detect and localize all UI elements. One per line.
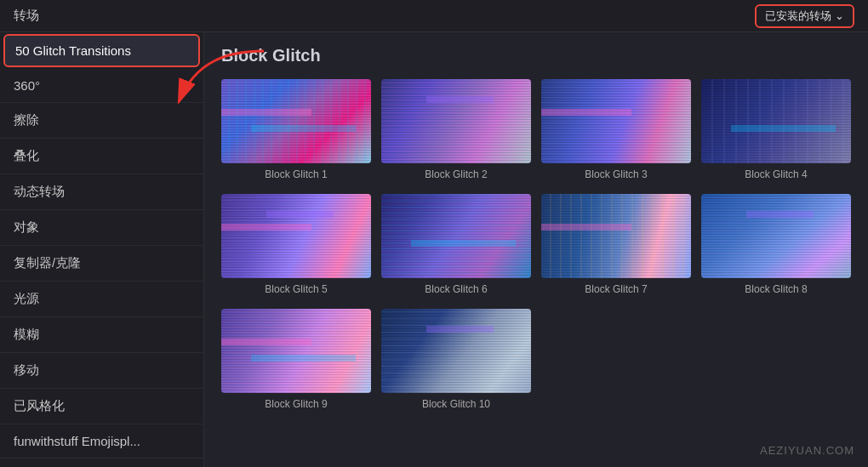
thumbnail-8 [701, 194, 851, 278]
list-item[interactable]: Block Glitch 7 [541, 194, 691, 295]
list-item[interactable]: Block Glitch 9 [221, 309, 371, 410]
section-title: Block Glitch [221, 46, 851, 65]
list-item[interactable]: Block Glitch 4 [701, 79, 851, 180]
chevron-down-icon: ⌄ [835, 9, 844, 22]
thumbnail-1 [221, 79, 371, 163]
item-label: Block Glitch 3 [541, 168, 691, 180]
sidebar-item-50-glitch[interactable]: 50 Glitch Transitions [3, 34, 200, 67]
item-label: Block Glitch 8 [701, 283, 851, 295]
thumbnail-4 [701, 79, 851, 163]
sidebar-item-360[interactable]: 360° [0, 69, 203, 103]
main-layout: 50 Glitch Transitions 360° 擦除 叠化 动态转场 对象… [0, 32, 868, 467]
thumbnail-9 [221, 309, 371, 393]
sidebar-item-overlay[interactable]: 叠化 [0, 139, 203, 174]
sidebar-item-emoji[interactable]: funwithstuff Emojispl... [0, 424, 203, 458]
content-area: Block Glitch Block Glitch 1 Block Glitch… [204, 32, 868, 467]
page-title: 转场 [14, 8, 39, 24]
list-item[interactable]: Block Glitch 1 [221, 79, 371, 180]
item-label: Block Glitch 5 [221, 283, 371, 295]
list-item[interactable]: Block Glitch 3 [541, 79, 691, 180]
thumbnail-5 [221, 194, 371, 278]
sidebar-item-light[interactable]: 光源 [0, 282, 203, 317]
thumbnail-3 [541, 79, 691, 163]
watermark: AEZIYUAN.COM [760, 444, 854, 457]
sidebar-item-erase[interactable]: 擦除 [0, 103, 203, 139]
list-item[interactable]: Block Glitch 10 [381, 309, 531, 410]
sidebar-item-move[interactable]: 移动 [0, 353, 203, 389]
item-label: Block Glitch 2 [381, 168, 531, 180]
item-label: Block Glitch 9 [221, 398, 371, 410]
item-label: Block Glitch 6 [381, 283, 531, 295]
thumbnail-6 [381, 194, 531, 278]
item-label: Block Glitch 7 [541, 283, 691, 295]
transitions-grid: Block Glitch 1 Block Glitch 2 Block Glit… [221, 79, 851, 410]
sidebar-item-blur[interactable]: 模糊 [0, 317, 203, 353]
sidebar: 50 Glitch Transitions 360° 擦除 叠化 动态转场 对象… [0, 32, 204, 467]
item-label: Block Glitch 1 [221, 168, 371, 180]
item-label: Block Glitch 4 [701, 168, 851, 180]
list-item[interactable]: Block Glitch 2 [381, 79, 531, 180]
sidebar-item-object[interactable]: 对象 [0, 210, 203, 246]
list-item[interactable]: Block Glitch 5 [221, 194, 371, 295]
sidebar-item-stylized[interactable]: 已风格化 [0, 389, 203, 424]
thumbnail-2 [381, 79, 531, 163]
installed-label: 已安装的转场 [765, 9, 831, 24]
thumbnail-10 [381, 309, 531, 393]
header: 转场 已安装的转场 ⌄ [0, 0, 868, 32]
list-item[interactable]: Block Glitch 6 [381, 194, 531, 295]
sidebar-item-replicator[interactable]: 复制器/克隆 [0, 246, 203, 282]
list-item[interactable]: Block Glitch 8 [701, 194, 851, 295]
sidebar-item-dynamic[interactable]: 动态转场 [0, 174, 203, 210]
thumbnail-7 [541, 194, 691, 278]
installed-transitions-button[interactable]: 已安装的转场 ⌄ [755, 4, 854, 28]
item-label: Block Glitch 10 [381, 398, 531, 410]
